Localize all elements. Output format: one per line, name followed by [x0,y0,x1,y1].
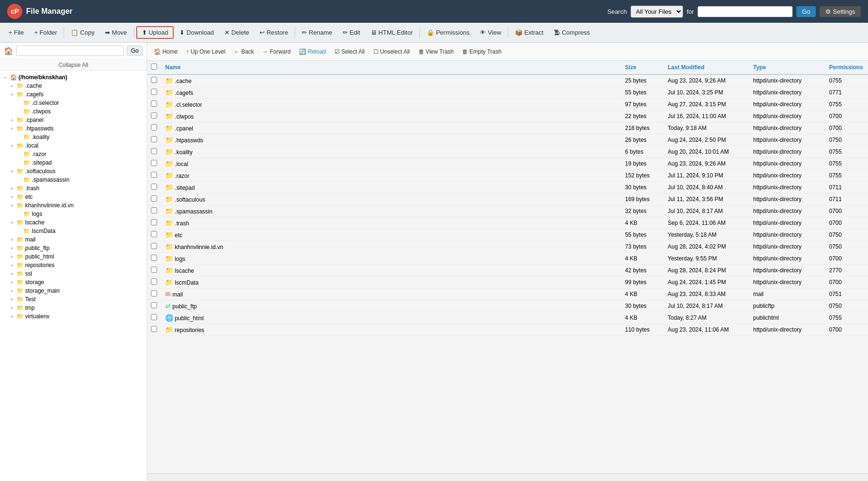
tree-public-ftp[interactable]: + 📁 public_ftp [7,244,147,252]
tree-spamassassin[interactable]: 📁 .spamassassin [13,176,147,184]
move-button[interactable]: ➡ Move [100,27,131,38]
edit-button[interactable]: ✏ Edit [338,27,365,38]
table-row[interactable]: ✉ mail4 KBAug 23, 2024, 8:33 AMmail0751 [147,288,868,300]
table-row[interactable]: 📁 .htpasswds26 bytesAug 24, 2024, 2:50 P… [147,134,868,146]
row-checkbox[interactable] [151,290,157,296]
col-header-modified[interactable]: Last Modified [664,61,749,74]
delete-button[interactable]: ✕ Delete [220,27,254,38]
copy-button[interactable]: 📋 Copy [66,27,99,38]
table-row[interactable]: 🌐 public_html4 KBToday, 8:27 AMpublichtm… [147,312,868,324]
sidebar-path-input[interactable] [16,46,124,56]
reload-button[interactable]: 🔄 Reload [295,47,329,56]
home-button[interactable]: 🏠 Home [150,47,181,56]
table-row[interactable]: 📁 lscmData99 bytesAug 24, 2024, 1:45 PMh… [147,277,868,288]
select-all-button[interactable]: ☑ Select All [331,47,369,56]
settings-button[interactable]: ⚙ Settings [820,6,861,17]
row-checkbox[interactable] [151,302,157,308]
tree-cache[interactable]: + 📁 .cache [7,82,147,90]
tree-sitepad[interactable]: 📁 .sitepad [13,158,147,167]
tree-lscache[interactable]: + 📁 lscache [7,218,147,227]
upload-button[interactable]: ⬆ Upload [136,26,174,39]
tree-logs[interactable]: 📁 logs [13,210,147,218]
tree-test[interactable]: + 📁 Test [7,295,147,304]
search-go-button[interactable]: Go [796,6,816,17]
restore-button[interactable]: ↩ Restore [255,27,293,38]
table-row[interactable]: 📁 .clwpos22 bytesJul 16, 2024, 11:00 AMh… [147,111,868,122]
table-row[interactable]: 📁 repositories110 bytesAug 23, 2024, 11:… [147,324,868,336]
view-button[interactable]: 👁 View [475,27,506,38]
new-file-button[interactable]: + File [4,27,28,38]
table-row[interactable]: 📁 .koality6 bytesAug 20, 2024, 10:01 AMh… [147,146,868,158]
row-checkbox[interactable] [151,184,157,190]
tree-storage[interactable]: + 📁 storage [7,278,147,287]
row-checkbox[interactable] [151,243,157,249]
row-checkbox[interactable] [151,136,157,142]
tree-cpanel[interactable]: + 📁 .cpanel [7,116,147,124]
tree-htpasswds[interactable]: + 📁 .htpasswds [7,124,147,133]
tree-mail[interactable]: + 📁 mail [7,235,147,244]
col-header-type[interactable]: Type [749,61,825,74]
tree-repositories[interactable]: + 📁 repositories [7,261,147,269]
empty-trash-button[interactable]: 🗑 Empty Trash [458,47,505,56]
row-checkbox[interactable] [151,160,157,166]
tree-khanhnvlinnie[interactable]: + 📁 khanhnvlinnie.id.vn [7,201,147,210]
table-row[interactable]: 📁 .sitepad30 bytesJul 10, 2024, 8:40 AMh… [147,182,868,194]
tree-local[interactable]: + 📁 .local [7,141,147,150]
html-editor-button[interactable]: 🖥 HTML Editor [366,27,418,38]
sidebar-home-button[interactable]: 🏠 [4,46,13,56]
row-checkbox[interactable] [151,89,157,95]
tree-public-html[interactable]: + 📁 public_html [7,252,147,261]
table-row[interactable]: 📁 .razor152 bytesJul 11, 2024, 9:10 PMht… [147,170,868,182]
table-row[interactable]: 📁 .softaculous169 bytesJul 11, 2024, 3:5… [147,194,868,205]
row-checkbox[interactable] [151,112,157,119]
row-checkbox[interactable] [151,314,157,320]
row-checkbox[interactable] [151,255,157,261]
download-button[interactable]: ⬇ Download [175,27,218,38]
tree-cl-selector[interactable]: 📁 .cl.selector [13,99,147,107]
unselect-all-button[interactable]: ☐ Unselect All [370,47,414,56]
row-checkbox[interactable] [151,231,157,237]
tree-clwpos[interactable]: 📁 .clwpos [13,107,147,116]
table-row[interactable]: 📁 .cpanel218 bytesToday, 9:18 AMhttpd/un… [147,122,868,134]
new-folder-button[interactable]: + Folder [29,27,62,38]
permissions-button[interactable]: 🔒 Permissions [422,27,474,38]
table-row[interactable]: 📁 .cache25 bytesAug 23, 2024, 9:26 AMhtt… [147,74,868,87]
tree-etc[interactable]: + 📁 etc [7,193,147,201]
extract-button[interactable]: 📦 Extract [510,27,548,38]
tree-root[interactable]: − 🏠 (/home/bknskhan) [0,73,147,82]
col-header-size[interactable]: Size [621,61,664,74]
search-scope-select[interactable]: All Your Files [631,6,683,18]
table-row[interactable]: ⇄ public_ftp30 bytesJul 10, 2024, 8:17 A… [147,300,868,312]
tree-storage-main[interactable]: + 📁 storage_main [7,287,147,295]
table-row[interactable]: 📁 .spamassassin32 bytesJul 10, 2024, 8:1… [147,205,868,217]
forward-button[interactable]: → Forward [259,47,294,56]
tree-tmp[interactable]: + 📁 tmp [7,304,147,312]
row-checkbox[interactable] [151,195,157,202]
row-checkbox[interactable] [151,278,157,285]
sidebar-go-button[interactable]: Go [127,46,143,56]
rename-button[interactable]: ✏ Rename [297,27,337,38]
collapse-all-button[interactable]: Collapse All [0,59,147,71]
tree-ssl[interactable]: + 📁 ssl [7,269,147,278]
view-trash-button[interactable]: 🗑 View Trash [415,47,457,56]
table-row[interactable]: 📁 etc55 bytesYesterday, 5:18 AMhttpd/uni… [147,229,868,241]
col-header-check[interactable] [147,61,161,74]
tree-trash[interactable]: + 📁 .trash [7,184,147,193]
table-row[interactable]: 📁 .cl.selector97 bytesAug 27, 2024, 3:15… [147,99,868,111]
table-row[interactable]: 📁 logs4 KBYesterday, 9:55 PMhttpd/unix-d… [147,253,868,265]
tree-lscmdata[interactable]: 📁 lscmData [13,227,147,235]
search-input[interactable] [698,6,793,17]
row-checkbox[interactable] [151,148,157,154]
table-row[interactable]: 📁 khanhnvlinnie.id.vn73 bytesAug 28, 202… [147,241,868,253]
compress-button[interactable]: 🗜 Compress [549,27,595,38]
select-all-checkbox[interactable] [151,64,157,70]
table-row[interactable]: 📁 .local19 bytesAug 23, 2024, 9:26 AMhtt… [147,158,868,170]
row-checkbox[interactable] [151,124,157,130]
table-row[interactable]: 📁 lscache42 bytesAug 28, 2024, 8:24 PMht… [147,265,868,277]
row-checkbox[interactable] [151,172,157,178]
up-one-level-button[interactable]: ↑ Up One Level [182,47,229,56]
tree-cagefs[interactable]: + 📁 .cagefs [7,90,147,99]
tree-koality[interactable]: 📁 .koality [13,133,147,141]
row-checkbox[interactable] [151,219,157,225]
row-checkbox[interactable] [151,326,157,332]
